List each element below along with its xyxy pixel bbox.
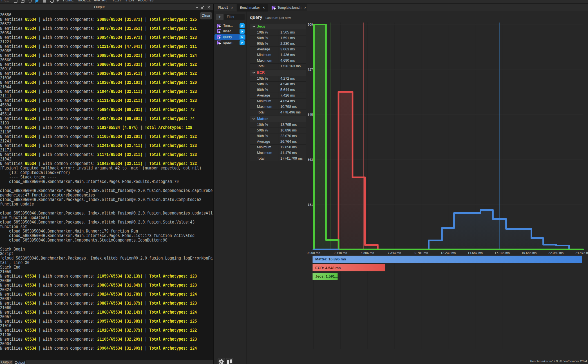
svg-text:24.478 ms: 24.478 ms xyxy=(575,251,588,254)
svg-text:Matter: 16.896 ms: Matter: 16.896 ms xyxy=(315,257,346,261)
svg-text:9.791 ms: 9.791 ms xyxy=(415,251,428,254)
svg-text:14.687 ms: 14.687 ms xyxy=(468,251,483,254)
svg-text:181: 181 xyxy=(308,203,313,206)
svg-text:2.448 ms: 2.448 ms xyxy=(334,251,347,254)
svg-text:0.000 ms: 0.000 ms xyxy=(307,251,320,254)
svg-text:Jecs: 1.591...: Jecs: 1.591... xyxy=(315,274,338,278)
svg-text:727: 727 xyxy=(308,68,313,71)
svg-text:22.030 ms: 22.030 ms xyxy=(548,251,564,254)
svg-text:4.896 ms: 4.896 ms xyxy=(361,251,374,254)
svg-text:545: 545 xyxy=(308,113,313,116)
svg-text:ECR: 4.548 ms: ECR: 4.548 ms xyxy=(315,266,341,270)
svg-text:17.135 ms: 17.135 ms xyxy=(495,251,510,254)
svg-text:19.583 ms: 19.583 ms xyxy=(522,251,537,254)
svg-text:909: 909 xyxy=(308,23,313,26)
svg-text:12.239 ms: 12.239 ms xyxy=(441,251,456,254)
svg-text:363: 363 xyxy=(308,158,313,161)
svg-text:7.343 ms: 7.343 ms xyxy=(388,251,401,254)
